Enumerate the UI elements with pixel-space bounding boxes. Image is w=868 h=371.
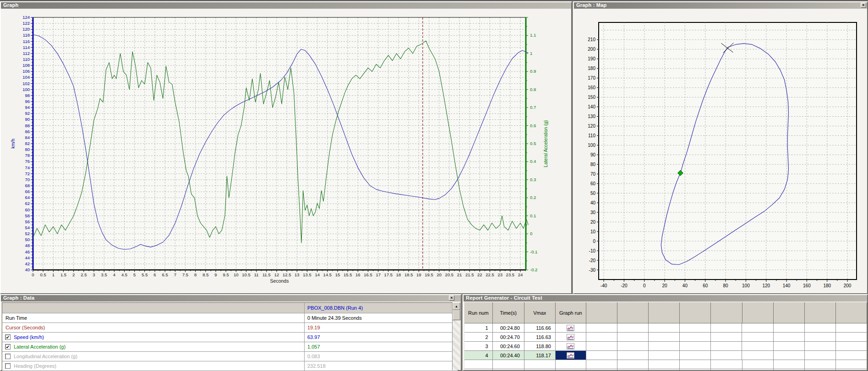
graph-run-cell[interactable]: [556, 342, 586, 351]
map-window-titlebar[interactable]: Graph : Map ×: [574, 2, 867, 9]
speed-lateral-chart-svg[interactable]: 4042444648505254565860626466687072747678…: [1, 9, 571, 294]
svg-text:92: 92: [25, 111, 30, 116]
svg-text:102: 102: [22, 81, 30, 86]
parameter-label: Longitudinal Acceleration (g): [14, 354, 77, 359]
svg-text:122: 122: [22, 21, 30, 26]
svg-text:3: 3: [93, 272, 95, 277]
report-empty-cell: [586, 351, 617, 360]
channel-checkbox[interactable]: ✔: [5, 334, 11, 340]
data-table-row[interactable]: ✔Speed (km/h)63.97: [2, 333, 458, 342]
svg-text:6: 6: [153, 272, 156, 277]
column-header-run-num[interactable]: Run num: [464, 302, 493, 323]
parameter-cell: ✔Lateral Acceleration (g): [2, 342, 305, 351]
svg-text:8: 8: [194, 272, 197, 277]
column-header-empty[interactable]: [649, 302, 680, 323]
report-empty-cell: [680, 369, 711, 370]
scrollbar-thumb[interactable]: [453, 310, 460, 320]
svg-text:23: 23: [497, 272, 502, 277]
vmax-cell: 118.80: [524, 342, 556, 351]
data-table-row[interactable]: Run Time0 Minute 24.39 Seconds: [2, 313, 458, 323]
svg-text:15.5: 15.5: [344, 272, 352, 277]
svg-text:46: 46: [25, 249, 30, 254]
svg-text:200: 200: [588, 47, 595, 52]
column-header-empty[interactable]: [680, 302, 711, 323]
graph-run-cell[interactable]: [556, 323, 586, 333]
svg-text:0.5: 0.5: [40, 272, 46, 277]
svg-text:130: 130: [588, 114, 595, 119]
graph-window-titlebar[interactable]: Graph: [1, 2, 571, 9]
svg-text:210: 210: [588, 37, 595, 42]
svg-text:0: 0: [593, 239, 595, 244]
graph-run-cell[interactable]: [556, 333, 586, 342]
data-window-titlebar[interactable]: Graph : Data ×: [1, 295, 461, 301]
svg-text:21: 21: [457, 272, 462, 277]
svg-text:160: 160: [588, 85, 595, 90]
speed-lateral-chart[interactable]: 4042444648505254565860626466687072747678…: [1, 9, 571, 293]
data-table-row[interactable]: Cursor (Seconds)19.19: [2, 323, 458, 333]
report-run-row[interactable]: 400:24.40118.17: [464, 351, 867, 360]
parameter-cell: Cursor (Seconds): [2, 323, 305, 332]
report-empty-cell: [464, 360, 493, 369]
column-header-empty[interactable]: [617, 302, 649, 323]
column-header-empty[interactable]: [774, 302, 805, 323]
report-empty-cell: [805, 360, 836, 369]
column-header-empty[interactable]: [836, 302, 867, 323]
channel-checkbox[interactable]: [5, 363, 11, 369]
data-table-row[interactable]: Longitudinal Acceleration (g)0.083: [2, 352, 458, 361]
svg-text:1.5: 1.5: [60, 272, 66, 277]
channel-checkbox[interactable]: ✔: [5, 344, 11, 349]
report-empty-cell: [742, 351, 773, 360]
report-run-row[interactable]: 100:24.80116.66: [464, 323, 867, 333]
graph-run-icon: [567, 325, 574, 331]
column-header-empty[interactable]: [805, 302, 836, 323]
report-empty-cell: [680, 323, 711, 333]
report-empty-cell: [524, 360, 556, 369]
graph-run-icon: [567, 334, 574, 340]
svg-text:13.5: 13.5: [303, 272, 311, 277]
report-run-row[interactable]: 300:24.60118.80: [464, 342, 867, 351]
svg-text:12: 12: [274, 272, 279, 277]
graph-run-cell[interactable]: [556, 351, 586, 360]
report-empty-cell: [711, 351, 742, 360]
column-header-empty[interactable]: [711, 302, 742, 323]
graph-window: Graph 4042444648505254565860626466687072…: [0, 1, 572, 294]
svg-text:44: 44: [25, 255, 30, 260]
report-window-titlebar[interactable]: Report Generator - Circuit Test: [464, 295, 867, 301]
track-map-svg[interactable]: -40-20020406080100120140160180200-30-20-…: [574, 9, 867, 294]
svg-text:50: 50: [25, 237, 30, 242]
scroll-up-icon[interactable]: ▲: [453, 302, 460, 310]
report-empty-cell: [586, 360, 617, 369]
column-header-empty[interactable]: [586, 302, 617, 323]
file-run-header[interactable]: PBOX_008.DBN (Run 4): [305, 303, 458, 313]
column-header-graph-run[interactable]: Graph run: [556, 302, 586, 323]
data-table-row[interactable]: ✔Lateral Acceleration (g)1.057: [2, 342, 458, 352]
report-empty-cell: [680, 360, 711, 369]
report-run-row[interactable]: 200:24.70116.63: [464, 333, 867, 342]
svg-text:10: 10: [234, 272, 239, 277]
report-empty-cell: [774, 323, 805, 333]
svg-text:180: 180: [823, 283, 831, 288]
track-map-chart[interactable]: -40-20020406080100120140160180200-30-20-…: [574, 9, 867, 293]
data-scrollbar[interactable]: ▲: [452, 302, 460, 370]
column-header-empty[interactable]: [742, 302, 774, 323]
close-icon[interactable]: ×: [861, 3, 866, 8]
report-empty-cell: [742, 369, 774, 370]
parameter-value: 0 Minute 24.39 Seconds: [305, 313, 458, 323]
svg-text:0.2: 0.2: [530, 195, 536, 200]
close-icon[interactable]: ×: [449, 296, 454, 301]
data-table-row[interactable]: Heading (Degrees)232.518: [2, 361, 458, 371]
report-empty-cell: [680, 333, 711, 342]
svg-text:16: 16: [355, 272, 360, 277]
svg-text:19.5: 19.5: [425, 272, 433, 277]
svg-text:4.5: 4.5: [121, 272, 127, 277]
column-header-time-s-[interactable]: Time(s): [493, 302, 524, 323]
report-empty-cell: [774, 369, 805, 370]
svg-text:84: 84: [25, 135, 30, 140]
svg-text:50: 50: [590, 191, 596, 196]
column-header-vmax[interactable]: Vmax: [524, 302, 556, 323]
report-empty-cell: [649, 342, 680, 351]
left-axis-title: km/h: [11, 139, 16, 149]
svg-text:40: 40: [682, 283, 688, 288]
channel-checkbox[interactable]: [5, 354, 11, 359]
svg-text:14: 14: [315, 272, 320, 277]
